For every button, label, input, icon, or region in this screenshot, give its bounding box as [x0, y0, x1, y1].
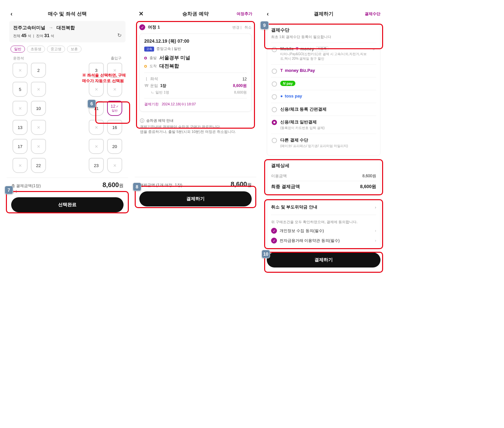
pay-option-other[interactable]: 다른 결제 수단 (페이코/ 프리패스/ 정기권/ 프리미엄 마일리지): [271, 134, 376, 152]
pay-button[interactable]: 결제하기: [139, 191, 252, 206]
info-line-1: 결제기한내에 결제해야 승차권 구매가 완료됩니다.: [140, 124, 251, 129]
tag-veteran[interactable]: 보훈: [67, 46, 81, 53]
route-to: 대전복합: [57, 25, 75, 30]
add-journey-button[interactable]: 여정추가: [237, 11, 252, 17]
cancel-button[interactable]: 취소: [244, 25, 252, 29]
pay-option-card[interactable]: 신용/체크 일반결제 (등록없이 카드번호 입력 결제): [271, 116, 376, 134]
total-label: 전체: [13, 34, 20, 38]
seat-x: ✕: [107, 158, 122, 173]
page-title: 승차권 예약: [182, 11, 208, 17]
agree-privacy[interactable]: ✓ 개인정보 수집 동의(필수) ›: [271, 226, 376, 236]
close-icon[interactable]: ✕: [139, 10, 144, 17]
final-value: 8,600원: [360, 184, 376, 190]
agree-summary: 위 구매조건을 모두 확인하였으며, 결제에 동의합니다.: [271, 218, 376, 226]
unregistered-badge: 미등록: [316, 46, 328, 51]
confirm-selection-button[interactable]: 선택완료: [11, 197, 124, 212]
cancel-policy-row[interactable]: 취소 및 부도위약금 안내 ›: [271, 203, 376, 211]
journey-links: 변경 | 취소: [230, 25, 252, 30]
step-badge-6: 6: [87, 99, 96, 108]
usage-row: 이용금액 8,600원: [271, 171, 376, 181]
page-title: 매수 및 좌석 선택: [48, 11, 87, 17]
seat-22[interactable]: 22: [31, 158, 46, 173]
npay-text: pay: [286, 81, 293, 85]
seat-5[interactable]: 5: [12, 82, 28, 97]
card-pay-desc: (등록없이 카드번호 입력 결제): [280, 126, 376, 130]
remain-count: 31: [44, 33, 50, 38]
total-label: 총 결제금액(1장): [11, 183, 41, 189]
amount-value: 8,600: [231, 181, 247, 188]
radio-icon: [272, 47, 277, 52]
chevron-right-icon: ›: [375, 238, 376, 243]
refresh-icon[interactable]: ↻: [117, 32, 122, 38]
seat-17[interactable]: 17: [12, 139, 28, 154]
detail-title: 결제상세: [271, 163, 376, 169]
fare-row: ₩운임 1장 8,600원: [144, 83, 247, 89]
seat-x: ✕: [89, 139, 104, 154]
back-icon[interactable]: ‹: [11, 11, 12, 17]
info-heading: 승차권 예약 안내: [146, 118, 173, 123]
seat-x: ✕: [31, 82, 46, 97]
tag-student[interactable]: 중고생: [47, 46, 65, 53]
final-row: 최종 결제금액 8,600원: [271, 181, 376, 192]
payment-detail-section: 결제상세 이용금액 8,600원 최종 결제금액 8,600원: [267, 159, 380, 196]
route-from: 전주고속터미널: [13, 25, 45, 30]
step-badge-10: 10: [262, 250, 270, 258]
seat-x: ✕: [12, 158, 28, 173]
remain-label: 잔여: [36, 34, 43, 38]
total-unit: 석: [28, 34, 31, 38]
fare-sub-key: ㄴ 일반 1명: [151, 90, 169, 95]
count-sub: 반 1: [11, 189, 124, 194]
deadline-label: 결제기한: [144, 102, 159, 106]
seat-2[interactable]: 2: [31, 63, 46, 78]
seat-12-selected[interactable]: 12✓ 일반: [107, 101, 122, 116]
departure-label: 출발: [149, 55, 157, 60]
page-title: 결제하기: [314, 11, 333, 17]
seat-20[interactable]: 20: [107, 139, 122, 154]
arrival-label: 도착: [149, 64, 157, 69]
back-icon[interactable]: ‹: [267, 11, 269, 17]
pay-option-simple[interactable]: 신용/체크 등록 간편결제: [271, 103, 376, 116]
departure-datetime: 2024.12.19 (목) 07:00: [144, 38, 247, 44]
route-summary: 전주고속터미널 → 대전복합 전체 45 석 | 잔여 31 석 ↻: [9, 21, 126, 42]
journey-title: 여정 1: [148, 24, 228, 30]
total-amount: 8,600원: [231, 181, 252, 188]
arrival-stop: 도착 대전복합: [144, 63, 247, 69]
fare-value: 8,600원: [233, 83, 247, 89]
seat-12-num: 12: [111, 104, 115, 109]
seat-10[interactable]: 10: [31, 101, 46, 116]
seat-x: ✕: [89, 120, 104, 135]
footer-bar: 총 결제금액(1장) 8,600원 반 1 7 선택완료: [7, 178, 128, 217]
seat-icon: ⌊: [144, 76, 149, 81]
change-button[interactable]: 변경: [232, 25, 240, 29]
agree-eft-label: 전자금융거래 이용약관 동의(필수): [280, 238, 372, 244]
payment-method-link[interactable]: 결제수단: [365, 11, 380, 17]
fare-count: 1장: [160, 83, 167, 88]
radio-on-icon: [272, 120, 277, 125]
pay-option-tosspay[interactable]: ●toss pay: [271, 90, 376, 103]
agree-eft[interactable]: ✓ 전자금융거래 이용약관 동의(필수) ›: [271, 236, 376, 246]
passenger-type-tags: 일반 초등생 중고생 보훈: [11, 46, 124, 53]
seat-23[interactable]: 23: [89, 158, 104, 173]
pay-option-naverpay[interactable]: N pay: [271, 77, 376, 90]
payment-deadline: 결제기한 2024.12.18(수) 18:07: [144, 102, 247, 107]
payment-method-section: 결제수단 최초 1회 결제수단 등록이 필요합니다 Mobile Tmoney …: [267, 23, 380, 156]
total-label: 결제금액 (1개 여정, 1장): [139, 182, 182, 188]
payment-panel: ‹ 결제하기 결제수단 9 결제수단 최초 1회 결제수단 등록이 필요합니다 …: [263, 7, 384, 271]
amount-value: 8,600: [103, 181, 119, 188]
final-pay-button[interactable]: 결제하기: [267, 252, 380, 268]
seat-16[interactable]: 16: [107, 120, 122, 135]
tag-elementary[interactable]: 초등생: [27, 46, 45, 53]
pay-option-tmoney[interactable]: Mobile Tmoney 미등록 티머니Pay&GO(신한카드)로 결제 시 …: [271, 43, 376, 64]
booking-panel: ✕ 승차권 예약 여정추가 ✓ 여정 1 변경 | 취소 2024.12.19 …: [135, 7, 256, 271]
other-pay-desc: (페이코/ 프리패스/ 정기권/ 프리미엄 마일리지): [280, 144, 376, 148]
tmoney-desc: 티머니Pay&GO(신한카드)로 결제 시 고속/시외,자전거,킥보드,택시 2…: [280, 52, 369, 61]
tag-general[interactable]: 일반: [11, 46, 25, 53]
header: ‹ 결제하기 결제수단: [263, 7, 384, 21]
seat-x: ✕: [31, 139, 46, 154]
seat-13[interactable]: 13: [12, 120, 28, 135]
journey-header: ✓ 여정 1 변경 | 취소: [135, 21, 256, 33]
remain-unit: 석: [51, 34, 54, 38]
seat-12-type: 일반: [112, 109, 118, 113]
pay-option-bizpay[interactable]: Tmoney Biz.Pay: [271, 64, 376, 77]
header: ‹ 매수 및 좌석 선택: [7, 7, 128, 21]
